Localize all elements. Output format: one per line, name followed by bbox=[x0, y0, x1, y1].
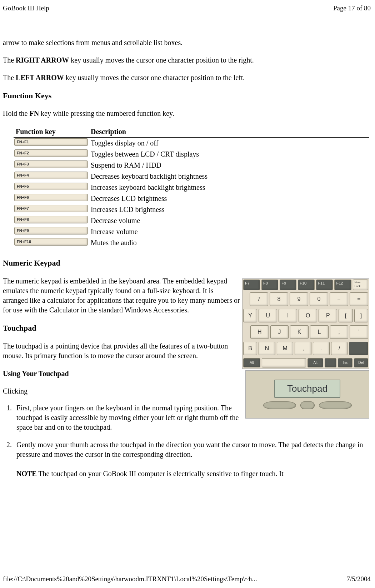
table-row: FN+F4Decreases keyboard backlight bright… bbox=[14, 171, 369, 182]
touchpad-figure-label: Touchpad bbox=[274, 380, 340, 398]
fn-key-cell: FN+F7 bbox=[14, 205, 88, 212]
text: key usually moves the cursor one charact… bbox=[69, 56, 254, 64]
table-row: FN+F3Suspend to RAM / HDD bbox=[14, 160, 369, 171]
key-p: P bbox=[319, 309, 337, 322]
page-footer: file://C:\Documents%20and%20Settings\har… bbox=[3, 574, 371, 584]
key-b: B bbox=[243, 342, 257, 355]
key-j: J bbox=[270, 325, 289, 339]
key-equals: = bbox=[350, 292, 368, 306]
table-row: FN+F6Decreases LCD brightness bbox=[14, 193, 369, 204]
key-period: . bbox=[313, 342, 330, 355]
fn-key-cell: FN+F2 bbox=[14, 149, 88, 157]
paragraph-arrow-intro: arrow to make selections from menus and … bbox=[3, 38, 369, 48]
text: The bbox=[3, 56, 16, 64]
footer-path: file://C:\Documents%20and%20Settings\har… bbox=[3, 574, 257, 584]
key-k: K bbox=[290, 325, 309, 339]
heading-numeric-keypad: Numeric Keypad bbox=[3, 258, 369, 268]
fn-key-cell: FN+F5 bbox=[14, 183, 88, 190]
key-menu bbox=[325, 358, 336, 367]
heading-function-keys: Function Keys bbox=[3, 90, 369, 101]
keyboard-figure: F7 F8 F9 F10 F11 F12 Num Lock 7 8 9 0 − … bbox=[242, 278, 369, 369]
text: Gently move your thumb across the touchp… bbox=[16, 441, 363, 458]
list-item: Gently move your thumb across the touchp… bbox=[14, 440, 369, 479]
fn-key-cell: FN+F9 bbox=[14, 227, 88, 234]
key-f10: F10 bbox=[298, 280, 315, 290]
key-8: 8 bbox=[270, 292, 288, 306]
fn-desc-cell: Toggles display on / off bbox=[89, 138, 369, 149]
header-page-indicator: Page 17 of 80 bbox=[333, 4, 371, 13]
paragraph-fn-intro: Hold the FN key while pressing the numbe… bbox=[3, 109, 369, 118]
key-f11: F11 bbox=[316, 280, 333, 290]
key-n: N bbox=[259, 342, 275, 355]
key-y: Y bbox=[243, 309, 257, 322]
table-row: FN+F7Increases LCD brightness bbox=[14, 204, 369, 215]
fn-key-cell: FN+F8 bbox=[14, 216, 88, 223]
fn-key-cell: FN+F3 bbox=[14, 160, 88, 168]
key-l: L bbox=[310, 325, 329, 339]
key-h: H bbox=[250, 325, 269, 339]
fn-label: FN bbox=[29, 109, 39, 117]
footer-date: 7/5/2004 bbox=[346, 574, 371, 584]
key-f9: F9 bbox=[280, 280, 296, 290]
text: Hold the bbox=[3, 109, 29, 117]
table-header-desc: Description bbox=[89, 126, 369, 138]
fn-desc-cell: Decreases LCD brightness bbox=[89, 193, 369, 204]
table-row: FN+F2Toggles between LCD / CRT displays bbox=[14, 149, 369, 160]
table-row: FN+F8Decrease volume bbox=[14, 215, 369, 226]
key-f12: F12 bbox=[334, 280, 351, 290]
note-text: The touchpad on your GoBook III computer… bbox=[37, 470, 284, 478]
paragraph-left-arrow: The LEFT ARROW key usually moves the cur… bbox=[3, 73, 369, 83]
fn-key-cell: FN+F4 bbox=[14, 172, 88, 179]
table-row: FN+F9Increase volume bbox=[14, 226, 369, 237]
fn-key-cell: FN+F10 bbox=[14, 238, 88, 246]
key-del: Del bbox=[354, 358, 368, 367]
fn-desc-cell: Decrease volume bbox=[89, 215, 369, 226]
touchpad-middle-button-icon bbox=[300, 401, 315, 409]
key-comma: , bbox=[295, 342, 311, 355]
fn-desc-cell: Mutes the audio bbox=[89, 237, 369, 248]
paragraph-right-arrow: The RIGHT ARROW key usually moves the cu… bbox=[3, 55, 369, 65]
key-quote: ' bbox=[350, 325, 368, 339]
header-title: GoBook III Help bbox=[3, 4, 49, 13]
page-header: GoBook III Help Page 17 of 80 bbox=[0, 0, 375, 13]
key-m: M bbox=[277, 342, 294, 355]
key-shift bbox=[349, 342, 368, 355]
key-i: I bbox=[279, 309, 297, 322]
key-o: O bbox=[299, 309, 317, 322]
fn-key-cell: FN+F1 bbox=[14, 138, 88, 146]
fn-desc-cell: Decreases keyboard backlight brightness bbox=[89, 171, 369, 182]
text: The bbox=[3, 74, 16, 81]
fn-desc-cell: Increase volume bbox=[89, 226, 369, 237]
fn-desc-cell: Increases keyboard backlight brightness bbox=[89, 182, 369, 193]
key-f7: F7 bbox=[243, 280, 260, 290]
fn-desc-cell: Toggles between LCD / CRT displays bbox=[89, 149, 369, 160]
right-arrow-label: RIGHT ARROW bbox=[16, 56, 69, 64]
key-minus: − bbox=[330, 292, 348, 306]
key-space bbox=[262, 358, 306, 367]
text: key while pressing the numbered function… bbox=[39, 109, 174, 117]
key-semicolon: ; bbox=[330, 325, 349, 339]
fn-key-cell: FN+F6 bbox=[14, 194, 88, 201]
key-f8: F8 bbox=[261, 280, 278, 290]
key-u: U bbox=[259, 309, 277, 322]
table-row: FN+F1Toggles display on / off bbox=[14, 138, 369, 149]
touchpad-buttons bbox=[263, 401, 352, 409]
text: key usually moves the cursor one charact… bbox=[64, 74, 245, 81]
key-slash: / bbox=[331, 342, 348, 355]
key-numlock: Num Lock bbox=[353, 280, 368, 290]
table-row: FN+F10Mutes the audio bbox=[14, 237, 369, 248]
key-bracket-close: ] bbox=[354, 309, 368, 322]
key-alt: Alt bbox=[243, 358, 260, 367]
key-9: 9 bbox=[290, 292, 308, 306]
left-arrow-label: LEFT ARROW bbox=[16, 74, 64, 81]
touchpad-right-button-icon bbox=[319, 401, 352, 409]
key-alt-right: Alt bbox=[308, 358, 323, 367]
key-bracket-open: [ bbox=[339, 309, 352, 322]
key-7: 7 bbox=[250, 292, 268, 306]
table-header-key: Function key bbox=[14, 126, 89, 138]
page-content: arrow to make selections from menus and … bbox=[0, 13, 375, 486]
fn-desc-cell: Increases LCD brightness bbox=[89, 204, 369, 215]
touchpad-left-button-icon bbox=[263, 401, 296, 409]
fn-desc-cell: Suspend to RAM / HDD bbox=[89, 160, 369, 171]
key-ins: Ins bbox=[338, 358, 352, 367]
